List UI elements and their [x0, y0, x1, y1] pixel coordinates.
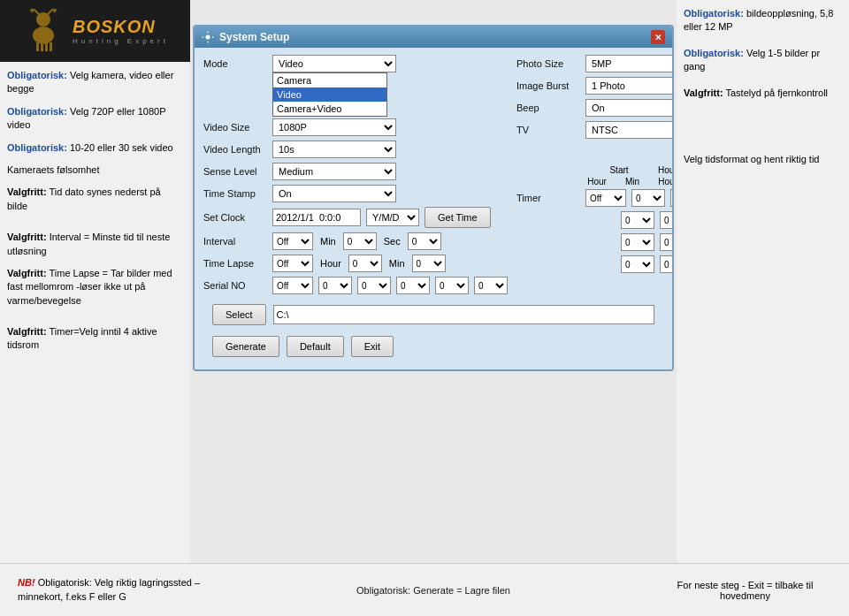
timer-row-3: 0 0 0 0: [516, 233, 674, 251]
beep-label: Beep: [516, 103, 580, 113]
brand-name: BOSKON: [73, 17, 169, 37]
sense-level-select[interactable]: Low Medium High: [272, 163, 396, 180]
path-input[interactable]: [273, 305, 654, 324]
timer-label: Timer: [516, 193, 580, 203]
timer-r1-sh[interactable]: 0: [631, 189, 665, 207]
timer-r2-sm[interactable]: 0: [660, 211, 674, 229]
left-block-cam-mode: Obligatorisk: Velg kamera, video eller b…: [7, 69, 183, 96]
serial-no-v1-select[interactable]: 0: [318, 277, 352, 294]
serial-no-v4-select[interactable]: 0: [435, 277, 469, 294]
video-size-label: Video Size: [203, 122, 267, 133]
timer-r4-sh[interactable]: 0: [621, 255, 654, 273]
logo-text: BOSKON Hunting Expert: [73, 17, 169, 45]
timer-r3-sh[interactable]: 0: [621, 233, 654, 251]
beep-select[interactable]: On Off: [585, 99, 674, 117]
svg-point-12: [206, 35, 210, 40]
tv-select[interactable]: NTSC PAL: [585, 121, 674, 139]
right-block-beep: Valgfritt: Tastelyd på fjernkontroll: [684, 87, 842, 100]
timer-section-header: Start Hour Min End Hour Min: [516, 165, 674, 175]
serial-no-v5-select[interactable]: 0: [474, 277, 508, 294]
video-length-select[interactable]: 10s 20s 30s: [272, 141, 396, 158]
mode-option-video[interactable]: Video: [273, 87, 386, 102]
bottom-bar: NB! Obligatorisk: Velg riktig lagringsst…: [0, 563, 849, 616]
left-block-timer: Valgfritt: Timer=Velg inntil 4 aktive ti…: [7, 325, 183, 353]
sense-level-label: Sense Level: [203, 166, 267, 177]
tv-row: TV NTSC PAL: [516, 121, 674, 139]
bottom-right-text: For neste steg - Exit = tilbake til hove…: [677, 580, 814, 601]
dialog-action-buttons: Generate Default Exit: [203, 331, 663, 362]
dialog-two-col: Mode Camera Video Camera+Video Camera Vi…: [203, 55, 663, 299]
mode-dropdown-container: Camera Video Camera+Video Camera Video C…: [272, 55, 396, 72]
mode-option-camera[interactable]: Camera: [273, 73, 386, 87]
dialog-title: System Setup: [219, 31, 289, 43]
image-burst-select[interactable]: 1 Photo 2 Photos 3 Photos 4 Photos 5 Pho…: [585, 77, 674, 95]
video-size-row: Video Size 720P 1080P: [203, 118, 508, 136]
interval-min-label: Min: [320, 236, 336, 247]
mode-select[interactable]: Camera Video Camera+Video: [272, 55, 396, 72]
interval-label: Interval: [203, 236, 267, 247]
serial-no-select[interactable]: Off: [272, 277, 313, 294]
dialog-buttons: Select: [203, 299, 663, 331]
timer-r3-sm[interactable]: 0: [660, 233, 674, 251]
logo-area: BOSKON Hunting Expert: [0, 0, 190, 62]
clock-input[interactable]: [272, 209, 361, 226]
time-lapse-hour-select[interactable]: 0: [348, 255, 382, 272]
interval-sec-select[interactable]: 0: [408, 232, 441, 250]
brand-subtitle: Hunting Expert: [73, 37, 169, 45]
interval-row: Interval Off On Min 0 Sec 0: [203, 232, 508, 250]
video-size-select[interactable]: 720P 1080P: [272, 118, 396, 136]
timer-row-2: 0 0 0 0: [516, 211, 674, 229]
bottom-left-text: Obligatorisk: Velg riktig lagringssted –…: [18, 577, 200, 601]
photo-size-label: Photo Size: [516, 58, 580, 69]
dialog-titlebar: System Setup ✕: [195, 27, 672, 48]
select-button[interactable]: Select: [212, 304, 266, 325]
serial-no-v3-select[interactable]: 0: [396, 277, 430, 294]
serial-no-v2-select[interactable]: 0: [357, 277, 391, 294]
timer-r2-sh[interactable]: 0: [621, 211, 654, 229]
sense-level-row: Sense Level Low Medium High: [203, 163, 508, 180]
photo-size-select[interactable]: 5MP 8MP 12MP: [585, 55, 674, 72]
left-block-video-size: Obligatorisk: Velg 720P eller 1080P vide…: [7, 105, 183, 133]
set-clock-label: Set Clock: [203, 212, 267, 223]
bottom-bar-center: Obligatorisk: Generate = Lagre filen: [208, 585, 659, 596]
left-block-video-length: Obligatorisk: 10-20 eller 30 sek video: [7, 141, 183, 155]
timer-row-4: 0 0 0 0: [516, 255, 674, 273]
left-block-sensitivity: Kameraets følsomhet: [7, 164, 183, 177]
mode-option-camera-video[interactable]: Camera+Video: [273, 102, 386, 116]
bottom-center-text: Obligatorisk: Generate = Lagre filen: [356, 585, 510, 596]
generate-button[interactable]: Generate: [212, 336, 279, 357]
interval-off-select[interactable]: Off On: [272, 232, 313, 250]
video-length-label: Video Length: [203, 144, 267, 155]
beep-row: Beep On Off: [516, 99, 674, 117]
interval-min-select[interactable]: 0: [343, 232, 377, 250]
timer-start-hour-header: Hour: [658, 165, 674, 175]
set-clock-row: Set Clock Y/M/D Get Time: [203, 207, 508, 228]
time-stamp-select[interactable]: On Off: [272, 185, 396, 202]
svg-line-1: [34, 9, 39, 14]
bottom-bar-right: For neste steg - Exit = tilbake til hove…: [659, 580, 831, 601]
left-panel: Obligatorisk: Velg kamera, video eller b…: [0, 62, 190, 563]
svg-rect-9: [41, 42, 43, 51]
time-lapse-hour-label: Hour: [320, 258, 341, 269]
timer-r4-sm[interactable]: 0: [660, 255, 674, 273]
clock-format-select[interactable]: Y/M/D: [366, 209, 419, 226]
dialog-close-button[interactable]: ✕: [651, 30, 665, 44]
mode-dropdown-list[interactable]: Camera Video Camera+Video: [272, 72, 387, 117]
timer-r1-sm[interactable]: 0: [670, 189, 674, 207]
gear-icon: [202, 31, 214, 43]
right-block-photo-size: Obligatorisk: bildeoppløsning, 5,8 eller…: [684, 7, 842, 34]
time-lapse-off-select[interactable]: Off On: [272, 255, 313, 272]
time-stamp-label: Time Stamp: [203, 188, 267, 199]
nb-label: NB!: [18, 577, 35, 588]
timer-off-select[interactable]: Off On: [585, 189, 626, 207]
image-burst-row: Image Burst 1 Photo 2 Photos 3 Photos 4 …: [516, 77, 674, 95]
time-stamp-row: Time Stamp On Off: [203, 185, 508, 202]
time-lapse-min-select[interactable]: 0: [412, 255, 446, 272]
exit-button[interactable]: Exit: [351, 336, 394, 357]
svg-line-4: [48, 9, 53, 14]
svg-rect-11: [50, 42, 52, 51]
get-time-button[interactable]: Get Time: [424, 207, 491, 228]
right-panel: Obligatorisk: bildeoppløsning, 5,8 eller…: [677, 0, 849, 563]
default-button[interactable]: Default: [287, 336, 344, 357]
svg-rect-8: [36, 42, 39, 51]
